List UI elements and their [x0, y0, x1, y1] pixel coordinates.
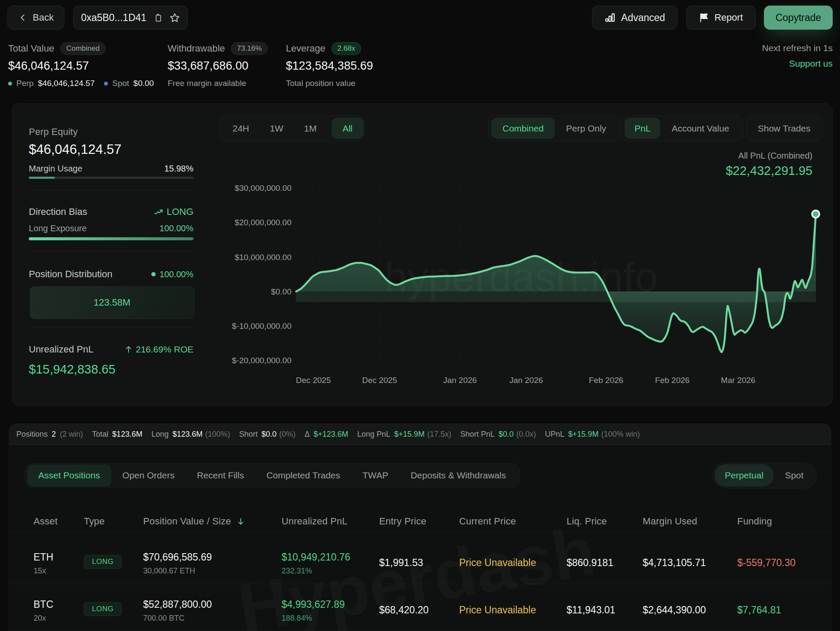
svg-text:Feb 2026: Feb 2026: [589, 376, 623, 385]
svg-text:$20,000,000.00: $20,000,000.00: [235, 218, 291, 227]
svg-text:Dec 2025: Dec 2025: [296, 376, 331, 385]
svg-text:Mar 2026: Mar 2026: [721, 376, 755, 385]
svg-text:Jan 2026: Jan 2026: [509, 376, 543, 385]
svg-text:$10,000,000.00: $10,000,000.00: [235, 253, 291, 262]
svg-text:$30,000,000.00: $30,000,000.00: [235, 184, 291, 193]
svg-text:$-20,000,000.00: $-20,000,000.00: [232, 356, 291, 365]
svg-text:Dec 2025: Dec 2025: [362, 376, 397, 385]
svg-text:$-10,000,000.00: $-10,000,000.00: [232, 322, 291, 331]
svg-text:Jan 2026: Jan 2026: [443, 376, 477, 385]
svg-text:Feb 2026: Feb 2026: [655, 376, 690, 385]
svg-text:$0.00: $0.00: [271, 287, 291, 296]
